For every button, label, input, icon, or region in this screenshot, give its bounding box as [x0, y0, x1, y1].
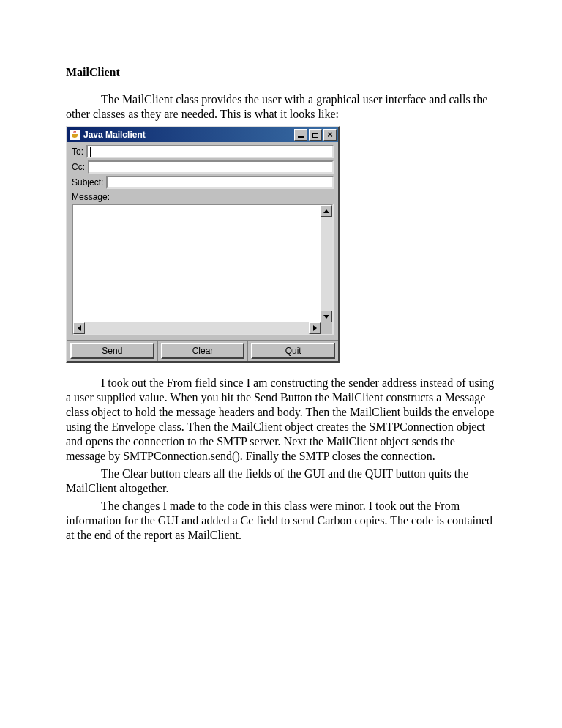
send-button[interactable]: Send	[70, 343, 154, 359]
message-label: Message:	[72, 192, 334, 202]
button-row: Send Clear Quit	[67, 340, 338, 361]
subject-input[interactable]	[106, 176, 334, 189]
java-icon	[69, 129, 80, 141]
maximize-button[interactable]	[309, 129, 322, 141]
scroll-left-button[interactable]	[73, 322, 85, 334]
scroll-right-button[interactable]	[309, 322, 321, 334]
scroll-up-button[interactable]	[321, 205, 332, 217]
titlebar[interactable]: Java Mailclient	[67, 127, 338, 142]
minimize-button[interactable]	[294, 129, 307, 141]
intro-paragraph: The MailClient class provides the user w…	[66, 92, 496, 122]
horizontal-scrollbar[interactable]	[73, 322, 321, 334]
cc-label: Cc:	[72, 162, 85, 172]
to-input[interactable]	[86, 145, 334, 158]
clear-button[interactable]: Clear	[161, 343, 245, 359]
vertical-scrollbar[interactable]	[321, 205, 332, 322]
message-area	[72, 204, 334, 335]
close-button[interactable]	[323, 129, 337, 141]
to-label: To:	[72, 146, 83, 157]
section-heading: MailClient	[66, 66, 496, 79]
body-paragraph-2: The Clear button clears all the fields o…	[66, 467, 496, 496]
subject-label: Subject:	[72, 177, 103, 187]
mailclient-window: Java Mailclient To: Cc: Subject: Message…	[66, 126, 340, 363]
scroll-corner	[321, 322, 332, 334]
body-paragraph-1: I took out the From field since I am con…	[66, 376, 496, 464]
body-paragraph-3: The changes I made to the code in this c…	[66, 499, 496, 543]
quit-button[interactable]: Quit	[251, 343, 335, 359]
window-title: Java Mailclient	[83, 130, 293, 140]
scroll-down-button[interactable]	[321, 311, 332, 322]
cc-input[interactable]	[88, 160, 334, 174]
message-textarea[interactable]	[73, 205, 321, 322]
